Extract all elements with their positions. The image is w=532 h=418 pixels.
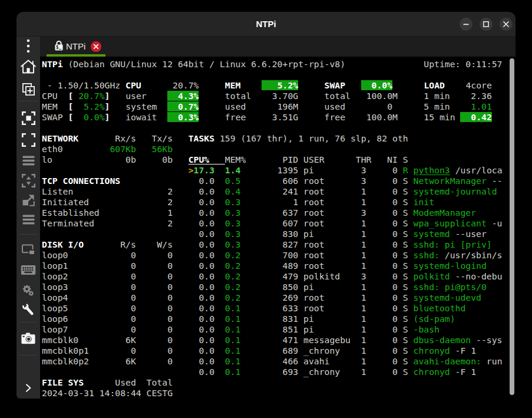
terminal-line: >17.3 1.4 1395 pi 3 0 R python3 /usr/loc… [42,165,503,176]
tab-label: NTPi [66,41,85,51]
toolbar-button-kebab-menu[interactable] [18,37,39,55]
terminal-line: lo 0b 0b CPU% MEM% PID USER THR NI S [42,154,503,165]
terminal-line: NETWORK Rx/s Tx/s TASKS 159 (167 thr), 1… [42,133,503,144]
toolbar-button-multi-monitor-lines[interactable] [18,151,39,170]
terminal-text: NTPi (Debian GNU/Linux 12 64bit / Linux … [42,59,503,399]
terminal-line: Initiated 2 0.0 0.3 1 root 1 0 S init [42,197,503,208]
toolbar-button-preferences-gears[interactable] [18,281,39,300]
close-button[interactable] [500,18,513,31]
toolbar-separator [19,101,38,101]
toolbar-button-switch-tab-pages[interactable] [18,241,39,259]
terminal-line: loop1 0 0 0.0 0.2 489 root 1 0 S systemd… [42,261,503,271]
screenshot-camera-icon [21,332,36,345]
toolbar-button-scaled-mode[interactable] [18,190,39,209]
terminal-line: CPU [ 20.7%] user 4.3% total 3.70G total… [42,91,503,101]
titlebar[interactable]: NTPi [16,12,516,37]
terminal-line: mmcblk0 6K 0 0.0 0.1 471 messagebu 1 0 S… [42,335,503,345]
switch-tab-pages-icon [21,243,36,256]
preferences-gears-icon [21,284,36,298]
terminal-line: - 1.50/1.50GHz CPU 20.7% MEM 5.2% SWAP 0… [42,80,503,91]
duplicate-connection-icon [21,82,36,97]
toolbar-button-tools-wrench[interactable] [18,300,39,319]
scaled-mode-icon [21,193,36,208]
terminal-line: eth0 607Kb 56Kb [42,144,503,154]
terminal-line: NTPi (Debian GNU/Linux 12 64bit / Linux … [42,59,503,70]
terminal-line: loop2 0 0 0.0 0.2 479 polkitd 3 0 S polk… [42,271,503,282]
toolbar-button-home[interactable] [18,57,39,76]
kebab-menu-icon [22,38,35,54]
terminal-line: mmcblk0p1 0 0 0.0 0.1 689 _chrony 1 0 S … [42,345,503,356]
close-icon [503,21,510,28]
ssh-lock-icon: $_ [54,41,64,53]
toolbar-separator [19,322,38,322]
fit-window-icon [21,111,36,126]
terminal-line: 0.0 0.3 830 pi 1 0 S systemd --user [42,229,503,239]
home-icon [20,59,37,74]
terminal-line [42,70,503,80]
terminal-line: mmcblk0p2 6K 0 0.0 0.1 466 avahi 1 0 S a… [42,356,503,367]
tab-bar: $_ NTPi [40,37,516,57]
keystrokes-lines-icon [22,215,35,225]
terminal-line: DISK I/O R/s W/s 0.0 0.3 827 root 1 0 S … [42,239,503,250]
toolbar-button-screenshot-camera[interactable] [18,329,39,348]
tab-close-button[interactable] [91,41,101,52]
minimize-button[interactable] [460,18,472,31]
maximize-button[interactable] [480,18,493,31]
svg-text:_: _ [59,44,62,50]
terminal-line [42,123,503,133]
terminal-line: loop5 0 0 0.0 0.1 633 root 1 0 S bluetoo… [42,303,503,314]
toolbar-button-fullscreen[interactable] [18,130,39,149]
toolbar-button-dynamic-resolution[interactable] [18,171,39,190]
terminal-line: 0.0 0.1 693 _chrony 1 0 S chronyd -F 1 [42,367,503,377]
tools-wrench-icon [21,302,36,317]
window-title: NTPi [16,12,516,37]
terminal-line: MEM [ 5.2%] system 0.7% used 196M used 0… [42,101,503,112]
terminal-line: 2024-03-31 14:08:44 CESTG [42,388,503,399]
fullscreen-icon [21,133,36,147]
maximize-icon [483,21,490,28]
tab-close-icon [93,44,99,50]
terminal-line: TCP CONNECTIONS 0.0 0.5 606 root 3 0 S N… [42,176,503,186]
remmina-toolbar [16,37,40,399]
toolbar-button-collapse-toolbar-chevron[interactable] [18,378,39,397]
toolbar-separator [19,234,38,235]
toolbar-button-grab-keyboard[interactable] [18,261,39,279]
terminal-line: loop3 0 0 0.0 0.2 850 pi 1 0 S sshd: pi@… [42,282,503,292]
terminal-line: Listen 2 0.0 0.4 241 root 1 0 S systemd-… [42,186,503,197]
collapse-toolbar-chevron-icon [24,383,32,393]
tab-ntpi[interactable]: $_ NTPi [47,37,105,57]
terminal-line: Terminated 2 0.0 0.3 607 root 1 0 S wpa_… [42,218,503,229]
dynamic-resolution-icon [21,173,36,188]
terminal-line: loop4 0 0 0.0 0.2 269 root 1 0 S systemd… [42,292,503,303]
multi-monitor-lines-icon [22,156,35,166]
terminal-line: FILE SYS Used Total [42,377,503,388]
toolbar-button-duplicate-connection[interactable] [18,80,39,98]
terminal-line: Established 1 0.0 0.3 637 root 3 0 S Mod… [42,208,503,218]
toolbar-separator [19,355,38,356]
window-body: $_ NTPi NTPi (Debian GNU/Linux 12 64bit … [16,37,516,399]
remmina-window: NTPi [16,12,516,399]
terminal-screen[interactable]: NTPi (Debian GNU/Linux 12 64bit / Linux … [40,57,516,399]
grab-keyboard-icon [21,265,36,275]
terminal-line: loop0 0 0 0.0 0.2 700 root 1 0 S sshd: /… [42,250,503,261]
scrollbar-thumb[interactable] [510,58,514,395]
minimize-icon [462,21,470,28]
content-area: $_ NTPi NTPi (Debian GNU/Linux 12 64bit … [40,37,516,399]
toolbar-button-fit-window[interactable] [18,108,39,127]
terminal-line: loop6 0 0 0.0 0.1 831 pi 1 0 S (sd-pam) [42,314,503,324]
toolbar-button-keystrokes-lines[interactable] [18,210,39,229]
terminal-line: SWAP [ 0.0%] iowait 0.3% free 3.51G free… [42,112,503,123]
terminal-line: loop7 0 0 0.0 0.1 851 pi 1 0 S -bash [42,324,503,335]
